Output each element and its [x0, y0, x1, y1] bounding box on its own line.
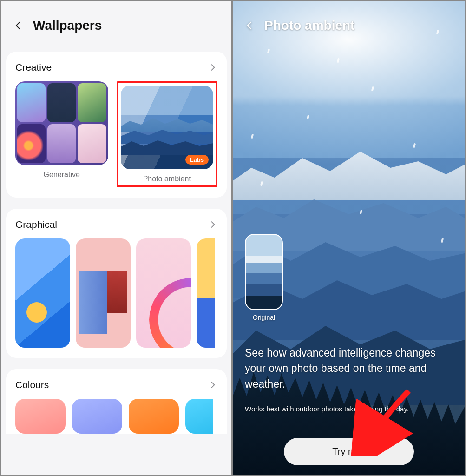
- section-title: Graphical: [15, 219, 57, 230]
- section-colours: Colours: [6, 369, 227, 434]
- section-head-colours[interactable]: Colours: [15, 379, 217, 390]
- section-head-graphical[interactable]: Graphical: [15, 219, 217, 230]
- photo-ambient-thumbnail: Labs: [121, 86, 214, 169]
- colour-swatch[interactable]: [129, 399, 179, 434]
- creative-item-generative[interactable]: Generative: [15, 81, 108, 187]
- section-graphical: Graphical: [6, 209, 227, 358]
- generative-thumbnail: [15, 81, 108, 165]
- wallpaper-thumb[interactable]: [136, 238, 191, 348]
- chevron-right-icon: [208, 220, 217, 229]
- section-head-creative[interactable]: Creative: [15, 62, 217, 73]
- description-block: See how advanced intelligence changes yo…: [245, 345, 453, 413]
- section-title: Creative: [15, 62, 52, 73]
- colour-swatch[interactable]: [185, 399, 213, 434]
- note-text: Works best with outdoor photos taken dur…: [245, 405, 453, 413]
- thumb-label: Generative: [15, 171, 108, 179]
- header: Photo ambient: [233, 1, 465, 50]
- section-creative: Creative Generative Labs Photo ambient: [6, 52, 227, 198]
- chevron-right-icon: [208, 63, 217, 72]
- graphical-thumbs: [15, 238, 217, 348]
- header: Wallpapers: [1, 1, 231, 52]
- creative-item-photo-ambient[interactable]: Labs Photo ambient: [117, 81, 218, 187]
- photo-ambient-screen: Photo ambient Original See how advanced …: [233, 1, 465, 475]
- colour-swatch[interactable]: [72, 399, 122, 434]
- back-icon[interactable]: [13, 20, 24, 31]
- back-icon[interactable]: [244, 20, 255, 31]
- wallpaper-thumb[interactable]: [15, 238, 70, 348]
- wallpaper-thumb[interactable]: [197, 238, 215, 348]
- try-now-button[interactable]: Try now: [284, 438, 414, 465]
- description-text: See how advanced intelligence changes yo…: [245, 345, 453, 392]
- labs-badge: Labs: [185, 155, 209, 165]
- thumb-label: Photo ambient: [121, 175, 214, 183]
- wallpaper-thumb[interactable]: [76, 238, 131, 348]
- section-title: Colours: [15, 379, 49, 390]
- chevron-right-icon: [208, 380, 217, 390]
- colour-swatch[interactable]: [15, 399, 66, 434]
- colour-swatches: [15, 399, 217, 434]
- page-title: Wallpapers: [33, 18, 102, 33]
- original-preview[interactable]: Original: [245, 234, 283, 321]
- original-thumbnail: [245, 234, 283, 310]
- original-label: Original: [245, 314, 283, 321]
- page-title: Photo ambient: [264, 18, 354, 33]
- wallpapers-screen: Wallpapers Creative Generative Labs: [1, 1, 233, 475]
